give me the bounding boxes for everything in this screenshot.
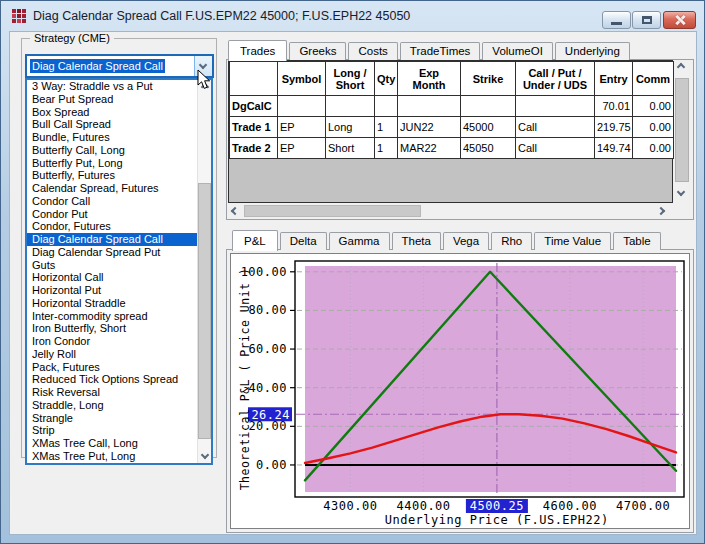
y-tick-label: 0.00 — [256, 458, 287, 472]
strategy-combobox[interactable]: Diag Calendar Spread Call — [25, 54, 214, 78]
table-cell: 45000 — [461, 117, 516, 138]
column-header: Symbol — [278, 62, 326, 96]
strategy-option[interactable]: Butterfly Call, Long — [27, 144, 197, 157]
strategy-option[interactable]: Diag Calendar Spread Call — [27, 233, 197, 246]
strategy-option[interactable]: Iron Condor — [27, 335, 197, 348]
scroll-up-icon[interactable] — [677, 63, 685, 71]
tab-costs[interactable]: Costs — [348, 42, 397, 60]
strategy-option[interactable]: Condor, Futures — [27, 220, 197, 233]
maximize-button[interactable] — [632, 11, 661, 29]
strategy-option[interactable]: Strangle — [27, 412, 197, 425]
scroll-right-icon[interactable] — [657, 207, 665, 215]
table-cell: 0.00 — [633, 117, 674, 138]
tab-trades[interactable]: Trades — [228, 40, 287, 61]
table-row[interactable]: Trade 1EPLong1JUN2245000Call219.750.00 — [230, 117, 674, 138]
strategy-option[interactable]: Box Spread — [27, 106, 197, 119]
tab-theta[interactable]: Theta — [392, 232, 441, 250]
table-cell: 0.00 — [633, 138, 674, 159]
strategy-option[interactable]: Butterfly, Futures — [27, 169, 197, 182]
scroll-down-icon[interactable] — [677, 188, 685, 196]
trades-table: SymbolLong / ShortQtyExp MonthStrikeCall… — [229, 61, 674, 159]
tab-gamma[interactable]: Gamma — [329, 232, 390, 250]
column-header: Comm — [633, 62, 674, 96]
strategy-option[interactable]: Condor Put — [27, 208, 197, 221]
maximize-icon — [642, 16, 652, 24]
strategy-option[interactable]: Pack, Futures — [27, 361, 197, 374]
titlebar[interactable]: Diag Calendar Spread Call F.US.EPM22 450… — [2, 1, 703, 31]
tab-p-l[interactable]: P&L — [232, 230, 278, 251]
x-tick-label: 4300.00 — [323, 499, 377, 513]
row-label: Trade 2 — [230, 138, 278, 159]
table-cell: 149.74 — [595, 138, 633, 159]
strategy-option[interactable]: Inter-commodity spread — [27, 310, 197, 323]
column-header: Exp Month — [398, 62, 461, 96]
trades-table-wrap: SymbolLong / ShortQtyExp MonthStrikeCall… — [228, 60, 673, 203]
strategy-option[interactable]: Jelly Roll — [27, 348, 197, 361]
strategy-option[interactable]: Strip — [27, 424, 197, 437]
table-cell: Call — [516, 117, 595, 138]
table-row[interactable]: DgCalC70.010.00 — [230, 96, 674, 117]
trades-tabstrip: TradesGreeksCostsTradeTimesVolumeOIUnder… — [228, 39, 694, 60]
window-title: Diag Calendar Spread Call F.US.EPM22 450… — [33, 1, 410, 31]
tab-time-value[interactable]: Time Value — [534, 232, 611, 250]
column-header: Long / Short — [326, 62, 375, 96]
table-cell — [516, 96, 595, 117]
strategy-option[interactable]: Diag Calendar Spread Put — [27, 246, 197, 259]
strategy-option[interactable]: Iron Butterfly, Short — [27, 322, 197, 335]
minimize-button[interactable] — [602, 11, 631, 29]
mouse-cursor — [197, 69, 213, 91]
tab-table[interactable]: Table — [613, 232, 661, 250]
strategy-dropdown-list[interactable]: 3 Way: Straddle vs a PutBear Put SpreadB… — [25, 78, 213, 465]
table-cell: EP — [278, 117, 326, 138]
strategy-option[interactable]: Bull Call Spread — [27, 118, 197, 131]
row-label: Trade 1 — [230, 117, 278, 138]
tab-vega[interactable]: Vega — [443, 232, 489, 250]
chart-tabstrip: P&LDeltaGammaThetaVegaRhoTime ValueTable — [232, 229, 694, 250]
table-cell: JUN22 — [398, 117, 461, 138]
dropdown-scrollbar-thumb[interactable] — [198, 183, 211, 439]
strategy-option[interactable]: Calendar Spread, Futures — [27, 182, 197, 195]
scroll-down-icon[interactable] — [201, 451, 209, 459]
scroll-left-icon[interactable] — [231, 207, 239, 215]
pnl-chart: 0.0020.0040.0060.0080.00100.0026.244300.… — [231, 254, 691, 530]
dropdown-scrollbar[interactable] — [197, 80, 211, 463]
strategy-option[interactable]: XMas Tree Put, Long — [27, 450, 197, 463]
tab-volumeoi[interactable]: VolumeOI — [482, 42, 553, 60]
table-cell: Call — [516, 138, 595, 159]
strategy-option[interactable]: Bundle, Futures — [27, 131, 197, 144]
y-axis-title: Theoretical P&L ( Price Unit ) — [238, 268, 252, 491]
x-crosshair-label: 4500.25 — [470, 499, 524, 513]
strategy-combo-value: Diag Calendar Spread Call — [30, 59, 165, 73]
table-horizontal-scrollbar[interactable] — [228, 204, 669, 218]
strategy-option[interactable]: Horizontal Call — [27, 271, 197, 284]
table-cell: MAR22 — [398, 138, 461, 159]
close-button[interactable] — [663, 11, 696, 29]
strategy-option[interactable]: Straddle, Long — [27, 399, 197, 412]
strategy-option[interactable]: Butterfly Put, Long — [27, 157, 197, 170]
strategy-option[interactable]: Reduced Tick Options Spread — [27, 373, 197, 386]
app-icon — [12, 9, 26, 23]
close-icon — [674, 14, 686, 26]
strategy-option[interactable]: Condor Call — [27, 195, 197, 208]
strategy-option[interactable]: Horizontal Put — [27, 284, 197, 297]
strategy-option[interactable]: Guts — [27, 259, 197, 272]
x-tick-label: 4600.00 — [543, 499, 597, 513]
table-cell — [461, 96, 516, 117]
table-vertical-scrollbar[interactable] — [674, 60, 690, 200]
tab-delta[interactable]: Delta — [280, 232, 327, 250]
table-cell: 70.01 — [595, 96, 633, 117]
table-hscroll-thumb[interactable] — [244, 205, 421, 217]
strategy-option[interactable]: 3 Way: Straddle vs a Put — [27, 80, 197, 93]
tab-underlying[interactable]: Underlying — [555, 42, 630, 60]
strategy-option[interactable]: Risk Reversal — [27, 386, 197, 399]
strategy-option[interactable]: XMas Tree Call, Long — [27, 437, 197, 450]
tab-greeks[interactable]: Greeks — [289, 42, 346, 60]
tab-tradetimes[interactable]: TradeTimes — [400, 42, 481, 60]
table-cell: 1 — [375, 138, 398, 159]
minimize-icon — [611, 22, 622, 25]
table-vscroll-thumb[interactable] — [675, 78, 689, 182]
table-row[interactable]: Trade 2EPShort1MAR2245050Call149.740.00 — [230, 138, 674, 159]
tab-rho[interactable]: Rho — [491, 232, 532, 250]
strategy-option[interactable]: Horizontal Straddle — [27, 297, 197, 310]
strategy-option[interactable]: Bear Put Spread — [27, 93, 197, 106]
